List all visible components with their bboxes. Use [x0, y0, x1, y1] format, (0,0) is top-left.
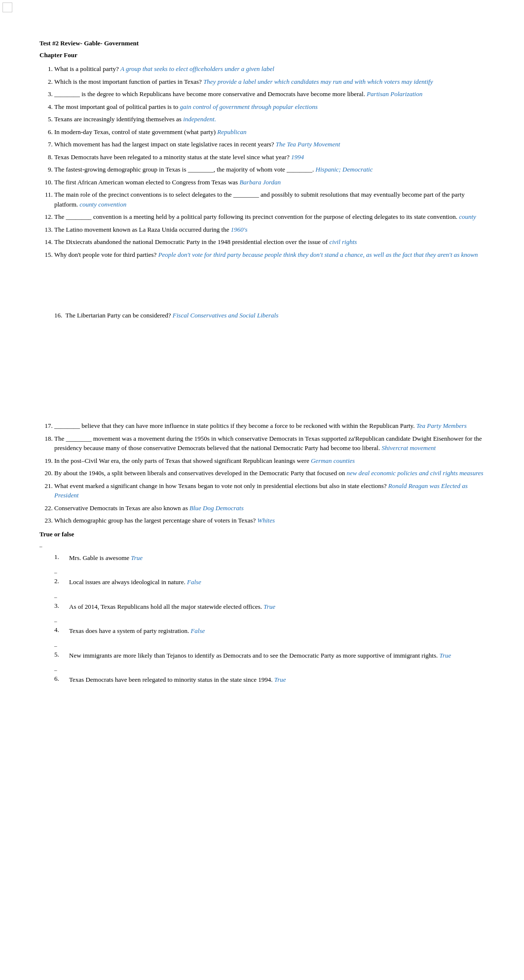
- answer-text: county: [459, 213, 476, 220]
- answer-text: Shivercrat movement: [381, 444, 436, 452]
- answer-text: They provide a label under which candida…: [203, 78, 433, 85]
- question-item: In the post–Civil War era, the only part…: [54, 456, 485, 466]
- answer-text: civil rights: [329, 238, 357, 245]
- tf-num-6: 6.: [54, 675, 69, 683]
- page: Test #2 Review- Gable- Government Chapte…: [0, 0, 524, 980]
- tf-num-4: 4.: [54, 626, 69, 634]
- tf-item-1: 1. Mrs. Gable is awesome True: [39, 553, 485, 563]
- answer-text: Tea Party Members: [416, 422, 467, 429]
- question-item: Why don't people vote for third parties?…: [54, 250, 485, 260]
- tf-item-5: 5. New immigrants are more likely than T…: [39, 651, 485, 661]
- q16-num: 16.: [54, 312, 66, 319]
- answer-text: Republican: [217, 128, 246, 136]
- question-item: Texas Democrats have been relegated to a…: [54, 152, 485, 162]
- tf-answer-3: True: [263, 603, 275, 610]
- question-item: In modern-day Texas, control of state go…: [54, 127, 485, 137]
- answer-text: 1994: [291, 153, 304, 161]
- true-false-title: True or false: [39, 530, 485, 538]
- doc-title: Test #2 Review- Gable- Government: [39, 39, 485, 47]
- question-text: The Latino movement known as La Raza Uni…: [54, 226, 231, 233]
- question-item: The first African American woman elected…: [54, 177, 485, 187]
- question-16-wrapper: 16. The Libertarian Party can be conside…: [39, 312, 485, 319]
- question-text: Conservative Democrats in Texas are also…: [54, 504, 189, 512]
- tf-num-3: 3.: [54, 602, 69, 610]
- question-item: The Latino movement known as La Raza Uni…: [54, 225, 485, 235]
- answer-text: new deal economic policies and civil rig…: [346, 469, 483, 477]
- true-false-section: True or false – 1. Mrs. Gable is awesome…: [39, 530, 485, 685]
- question-item: The Dixiecrats abandoned the national De…: [54, 237, 485, 247]
- tf-num-1: 1.: [54, 553, 69, 561]
- question-item: The main role of the precinct convention…: [54, 190, 485, 209]
- question-item: Which is the most important function of …: [54, 77, 485, 87]
- bottom-spacer: [39, 692, 485, 751]
- answer-text: Hispanic; Democratic: [316, 166, 373, 173]
- question-text: The most important goal of political par…: [54, 103, 180, 110]
- question-text: Texans are increasingly identifying them…: [54, 115, 183, 123]
- question-list: What is a political party? A group that …: [39, 64, 485, 259]
- tf-dash-2: –: [54, 569, 485, 575]
- tf-answer-2: False: [187, 578, 201, 586]
- question-text: Which demographic group has the largest …: [54, 517, 258, 524]
- question-item: ________ is the degree to which Republic…: [54, 89, 485, 99]
- answer-text: county convention: [79, 201, 126, 208]
- question-text: Which is the most important function of …: [54, 78, 203, 85]
- tf-text-4: Texas does have a system of party regist…: [69, 626, 485, 636]
- question-item: Which movement has had the largest impac…: [54, 140, 485, 149]
- question-item: What is a political party? A group that …: [54, 64, 485, 74]
- answer-text: Partisan Polarization: [367, 90, 422, 98]
- tf-item-4: 4. Texas does have a system of party reg…: [39, 626, 485, 636]
- answer-text: A group that seeks to elect officeholder…: [120, 65, 274, 72]
- tf-dash-6: –: [54, 667, 485, 673]
- question-text: Texas Democrats have been relegated to a…: [54, 153, 291, 161]
- tf-text-3: As of 2014, Texas Republicans hold all t…: [69, 602, 485, 612]
- tf-text-6: Texas Democrats have been relegated to m…: [69, 675, 485, 685]
- answer-text: The Tea Party Movement: [276, 140, 340, 148]
- tf-answer-1: True: [131, 554, 143, 561]
- question-text: The fastest-growing demographic group in…: [54, 166, 316, 173]
- tf-item-6: 6. Texas Democrats have been relegated t…: [39, 675, 485, 685]
- question-text: The ________ convention is a meeting hel…: [54, 213, 459, 220]
- question-item: The most important goal of political par…: [54, 102, 485, 112]
- tf-dash-3: –: [54, 594, 485, 600]
- tf-answer-4: False: [190, 627, 205, 634]
- question-text: The first African American woman elected…: [54, 178, 239, 186]
- tf-dash-5: –: [54, 643, 485, 649]
- tf-text-1: Mrs. Gable is awesome True: [69, 553, 485, 563]
- q16-text: The Libertarian Party can be considered?: [66, 312, 173, 319]
- question-item: The ________ movement was a movement dur…: [54, 434, 485, 453]
- question-item: ________ believe that they can have more…: [54, 421, 485, 431]
- question-text: In modern-day Texas, control of state go…: [54, 128, 217, 136]
- question-item: The ________ convention is a meeting hel…: [54, 212, 485, 222]
- answer-text: Barbara Jordan: [239, 178, 281, 186]
- chapter-title: Chapter Four: [39, 51, 485, 59]
- question-item: The fastest-growing demographic group in…: [54, 165, 485, 175]
- question-text: ________ believe that they can have more…: [54, 422, 416, 429]
- tf-item-3: 3. As of 2014, Texas Republicans hold al…: [39, 602, 485, 612]
- answer-text: independent.: [183, 115, 216, 123]
- question-text: Which movement has had the largest impac…: [54, 140, 276, 148]
- tf-dash-4: –: [54, 618, 485, 624]
- answer-text: People don't vote for third party becaus…: [158, 251, 478, 258]
- question-text: ________ is the degree to which Republic…: [54, 90, 367, 98]
- tf-text-2: Local issues are always ideological in n…: [69, 577, 485, 587]
- spacer3: [39, 372, 485, 421]
- question-text: In the post–Civil War era, the only part…: [54, 457, 311, 464]
- question-text: Why don't people vote for third parties?: [54, 251, 158, 258]
- tf-dash-placeholder: –: [39, 542, 485, 550]
- answer-text: Whites: [258, 517, 275, 524]
- spacer1: [39, 262, 485, 312]
- question-item: Texans are increasingly identifying them…: [54, 114, 485, 124]
- question-text: What is a political party?: [54, 65, 120, 72]
- question-text: What event marked a significant change i…: [54, 482, 388, 490]
- question-text: By about the 1940s, a split between libe…: [54, 469, 346, 477]
- tf-answer-5: True: [439, 652, 451, 659]
- question-list-2: ________ believe that they can have more…: [39, 421, 485, 525]
- question-item: By about the 1940s, a split between libe…: [54, 468, 485, 478]
- tf-answer-6: True: [274, 676, 286, 683]
- tf-item-2: 2. Local issues are always ideological i…: [39, 577, 485, 587]
- tf-num-5: 5.: [54, 651, 69, 659]
- question-item: Conservative Democrats in Texas are also…: [54, 503, 485, 513]
- question-item: What event marked a significant change i…: [54, 481, 485, 500]
- answer-text: 1960's: [231, 226, 248, 233]
- answer-text: Blue Dog Democrats: [189, 504, 244, 512]
